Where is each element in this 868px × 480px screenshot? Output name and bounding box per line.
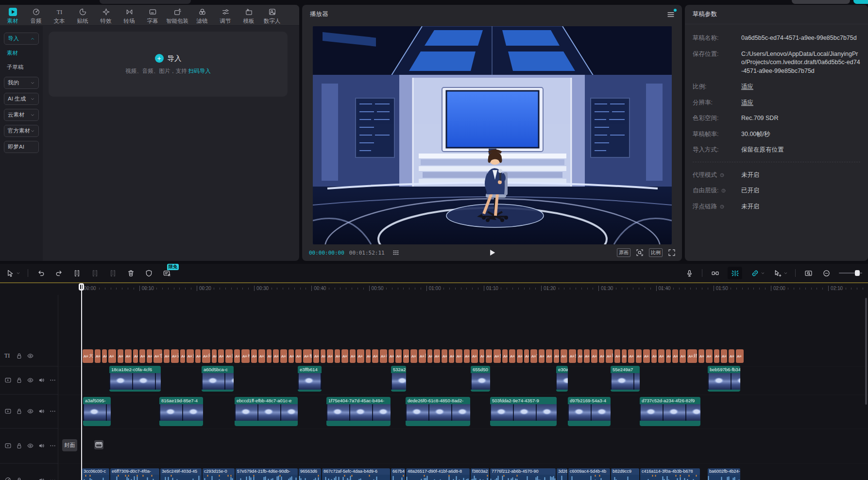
- eye-icon[interactable]: [27, 442, 34, 449]
- text-clip[interactable]: A≡: [672, 349, 678, 363]
- text-clip[interactable]: A≡: [599, 349, 604, 363]
- text-clip[interactable]: A≡: [471, 349, 478, 363]
- fit-zoom-icon[interactable]: [635, 248, 644, 257]
- audio-clip[interactable]: 3cc06c00-c: [82, 468, 109, 480]
- import-dropzone[interactable]: + 导入 视频、音频、图片，支持 扫码导入: [49, 32, 288, 97]
- text-clip[interactable]: A≡环: [606, 349, 613, 363]
- text-clip[interactable]: A≡: [578, 349, 582, 363]
- text-clip[interactable]: A≡: [486, 349, 492, 363]
- video-clip[interactable]: a3af5095-: [83, 397, 111, 426]
- text-clip[interactable]: A≡: [680, 349, 686, 363]
- audio-clip[interactable]: 867c72af-5efc-4daa-b4d9-6: [322, 468, 390, 480]
- text-clip[interactable]: A≡: [658, 349, 664, 363]
- text-clip[interactable]: A≡: [139, 349, 145, 363]
- text-clip[interactable]: A≡: [313, 349, 319, 363]
- export-button-partial[interactable]: [853, 0, 868, 4]
- audio-clip[interactable]: 57e579d4-21fb-4d6e-90db-: [236, 468, 298, 480]
- text-clip[interactable]: A≡: [180, 349, 185, 363]
- text-clip[interactable]: A≡: [479, 349, 484, 363]
- tab-text[interactable]: TI文本: [48, 5, 71, 25]
- sidebar-item-import[interactable]: 导入: [4, 33, 39, 45]
- text-clip[interactable]: A≡相当: [241, 349, 250, 363]
- video-clip[interactable]: 55e249a7: [611, 366, 640, 392]
- more-icon[interactable]: [49, 408, 56, 415]
- text-clip[interactable]: A≡好: [687, 349, 697, 363]
- text-clip[interactable]: A≡: [212, 349, 217, 363]
- video-clip[interactable]: 816ae19d-85e7-4: [159, 397, 203, 426]
- audio-clip[interactable]: e6ff7309-d0c7-4f0a-: [110, 468, 159, 480]
- sidebar-item-material[interactable]: 素材: [0, 45, 43, 59]
- clear-subtitles-button[interactable]: 限免: [161, 268, 172, 278]
- text-clip[interactable]: A≡: [295, 349, 302, 363]
- sidebar-item-ai-generate[interactable]: AI 生成: [4, 93, 39, 105]
- audio-clip[interactable]: b82d9cc9: [611, 468, 639, 480]
- audio-clip[interactable]: 96563d6: [299, 468, 321, 480]
- text-clip[interactable]: A≡: [442, 349, 447, 363]
- snap-button[interactable]: [728, 267, 742, 279]
- mark-button[interactable]: [143, 268, 154, 278]
- select-linkage-button[interactable]: [772, 268, 783, 278]
- tab-audio[interactable]: 音频: [24, 5, 48, 25]
- ratio-button[interactable]: 比例: [649, 248, 663, 257]
- cover-button[interactable]: 封面: [62, 439, 77, 451]
- video-clip[interactable]: 18ca18e2-c0fa-4cf6: [109, 366, 161, 392]
- text-clip[interactable]: A≡: [108, 349, 116, 363]
- audio-clip[interactable]: 3e5c249f-403d-45: [160, 468, 202, 480]
- text-clip[interactable]: A≡: [434, 349, 440, 363]
- text-clip[interactable]: A≡: [561, 349, 567, 363]
- text-clip[interactable]: A≡: [614, 349, 620, 363]
- sidebar-item-mine[interactable]: 我的: [4, 77, 39, 89]
- player-menu-icon[interactable]: [666, 10, 675, 19]
- text-clip[interactable]: A≡: [118, 349, 123, 363]
- text-clip[interactable]: A≡批: [569, 349, 576, 363]
- text-clip[interactable]: A≡: [591, 349, 597, 363]
- audio-clip[interactable]: 7776f212-ab6b-4570-90: [490, 468, 556, 480]
- text-clip[interactable]: A≡: [524, 349, 529, 363]
- text-clip[interactable]: A≡: [464, 349, 470, 363]
- lock-icon[interactable]: [16, 442, 23, 449]
- text-clip[interactable]: A≡: [147, 349, 152, 363]
- speaker-icon[interactable]: [38, 377, 45, 384]
- sidebar-item-official[interactable]: 官方素材: [4, 125, 39, 137]
- text-clip[interactable]: A≡: [546, 349, 552, 363]
- video-clip[interactable]: dede26f0-61c8-4850-8ad2-: [406, 397, 470, 426]
- tab-effects[interactable]: 特效: [94, 5, 118, 25]
- text-clip[interactable]: A≡: [133, 349, 138, 363]
- fullscreen-icon[interactable]: [667, 248, 676, 257]
- text-clip[interactable]: A≡: [698, 349, 704, 363]
- tab-adjust[interactable]: 调节: [214, 5, 237, 25]
- lock-icon[interactable]: [16, 408, 23, 415]
- video-clip[interactable]: 503fdda2-9e74-4357-9: [490, 397, 557, 426]
- tab-template[interactable]: 模板: [237, 5, 260, 25]
- audio-clip[interactable]: 3d26: [557, 468, 567, 480]
- audio-clip[interactable]: 48a26517-d90f-41bf-a6d8-8: [406, 468, 470, 480]
- text-clip[interactable]: A≡: [554, 349, 559, 363]
- video-clip[interactable]: 655d50: [471, 366, 490, 392]
- video-clip[interactable]: e30a: [556, 366, 568, 392]
- text-clip[interactable]: A≡: [350, 349, 356, 363]
- tab-filter[interactable]: 滤镜: [190, 5, 214, 25]
- speaker-icon[interactable]: [38, 477, 45, 480]
- text-clip[interactable]: A≡: [372, 349, 378, 363]
- text-clip[interactable]: A≡相: [380, 349, 387, 363]
- timeline-ruler[interactable]: 00:0000:1000:2000:3000:4000:5001:0001:10…: [0, 283, 868, 295]
- text-clip[interactable]: A≡: [251, 349, 257, 363]
- text-clip[interactable]: A≡问得: [202, 349, 210, 363]
- tab-smartpack[interactable]: 智能包装: [164, 5, 190, 25]
- speaker-icon[interactable]: [38, 442, 45, 449]
- tab-transition[interactable]: 转场: [118, 5, 141, 25]
- text-clip[interactable]: A≡: [234, 349, 240, 363]
- draft-row-value[interactable]: 适应: [741, 83, 860, 91]
- video-clip[interactable]: 1f75e404-7a7d-45ac-b494-: [326, 397, 391, 426]
- video-clip[interactable]: d97b2169-54a3-4: [568, 397, 611, 426]
- text-clip[interactable]: A≡接: [494, 349, 501, 363]
- text-clip[interactable]: A≡: [666, 349, 671, 363]
- text-clip[interactable]: A≡: [95, 349, 101, 363]
- sidebar-item-cloud[interactable]: 云素材: [4, 109, 39, 121]
- playhead-line[interactable]: [81, 283, 82, 480]
- text-clip[interactable]: A≡: [289, 349, 294, 363]
- more-icon[interactable]: [49, 442, 56, 449]
- timeline-scrollbar[interactable]: [865, 298, 867, 405]
- text-clip[interactable]: A≡还: [171, 349, 179, 363]
- text-clip[interactable]: A≡: [449, 349, 454, 363]
